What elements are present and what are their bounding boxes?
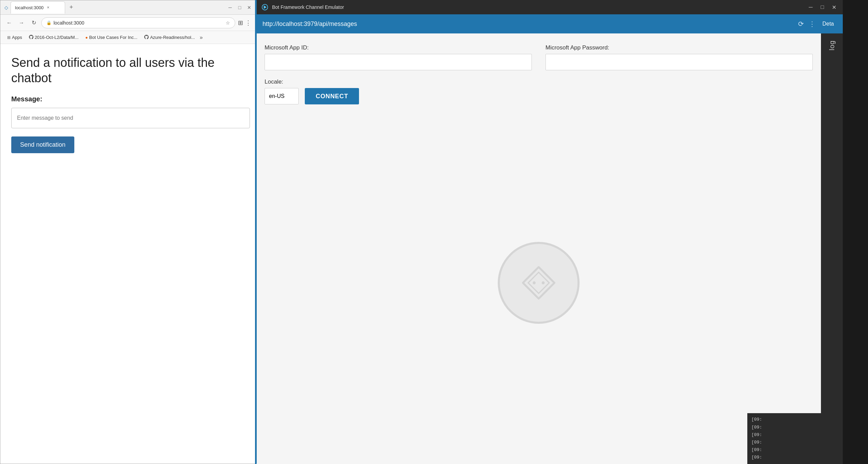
bookmark-apps[interactable]: ⊞ Apps xyxy=(4,33,25,41)
svg-marker-1 xyxy=(264,5,267,9)
bookmark-apps-label: Apps xyxy=(12,35,22,40)
locale-label: Locale: xyxy=(265,78,299,85)
emulator-title-text: Bot Framework Channel Emulator xyxy=(272,4,803,10)
emulator-title-icon xyxy=(261,3,269,11)
address-bar[interactable]: 🔒 localhost:3000 ☆ xyxy=(41,17,235,28)
bookmark-github-2[interactable]: Azure-Readiness/hol... xyxy=(141,33,198,42)
emulator-more-icon[interactable]: ⋮ xyxy=(809,20,815,28)
browser-tab[interactable]: localhost:3000 × xyxy=(11,1,65,14)
bot-logo-svg xyxy=(520,264,557,302)
locale-input[interactable] xyxy=(265,88,299,104)
log-line-4: [09: xyxy=(751,439,839,446)
github-icon-1 xyxy=(29,35,33,40)
credentials-row: Microsoft App ID: Microsoft App Password… xyxy=(265,44,813,70)
app-password-group: Microsoft App Password: xyxy=(545,44,813,70)
browser-favicon: ◇ xyxy=(3,4,9,11)
emulator-refresh-icon[interactable]: ⟳ xyxy=(798,20,804,28)
emulator-maximize-button[interactable]: □ xyxy=(818,3,826,11)
maximize-button[interactable]: □ xyxy=(236,4,243,11)
bookmark-github-1-label: 2016-Oct-L2/Data/M... xyxy=(35,35,79,40)
emulator-form-area: Microsoft App ID: Microsoft App Password… xyxy=(256,33,821,464)
forward-button[interactable]: → xyxy=(17,18,26,28)
svg-point-4 xyxy=(533,281,536,285)
emulator-titlebar: Bot Framework Channel Emulator ─ □ ✕ xyxy=(256,0,843,14)
browser-addressbar: ← → ↻ 🔒 localhost:3000 ☆ ⊞ ⋮ xyxy=(0,15,255,31)
browser-extra-icons: ⊞ ⋮ xyxy=(238,19,251,27)
back-button[interactable]: ← xyxy=(4,18,14,28)
apps-grid-icon: ⊞ xyxy=(7,35,11,40)
new-tab-button[interactable]: + xyxy=(66,3,76,12)
minimize-button[interactable]: ─ xyxy=(227,4,234,11)
message-input[interactable] xyxy=(11,108,250,128)
app-password-input[interactable] xyxy=(545,54,813,70)
emulator-log-panel: log xyxy=(821,33,843,464)
menu-icon[interactable]: ⋮ xyxy=(245,19,251,27)
browser-titlebar: ◇ localhost:3000 × + ─ □ ✕ xyxy=(0,0,255,15)
app-id-group: Microsoft App ID: xyxy=(265,44,532,70)
bookmark-bot[interactable]: ● Bot Use Cases For Inc... xyxy=(83,33,140,41)
app-id-label: Microsoft App ID: xyxy=(265,44,532,51)
locale-row: Locale: CONNECT xyxy=(265,78,813,104)
log-line-1: [09: xyxy=(751,416,839,423)
page-heading: Send a notification to all users via the… xyxy=(11,55,244,86)
tab-title: localhost:3000 xyxy=(15,5,44,10)
app-password-label: Microsoft App Password: xyxy=(545,44,813,51)
log-line-5: [09: xyxy=(751,446,839,454)
app-id-input[interactable] xyxy=(265,54,532,70)
log-line-3: [09: xyxy=(751,431,839,439)
emulator-main: Microsoft App ID: Microsoft App Password… xyxy=(256,33,843,464)
github-icon-2 xyxy=(144,35,149,40)
log-tab-label[interactable]: log xyxy=(828,40,836,50)
lock-icon: 🔒 xyxy=(46,20,51,25)
tab-close-button[interactable]: × xyxy=(47,5,49,10)
windows-icon[interactable]: ⊞ xyxy=(238,19,243,27)
reload-button[interactable]: ↻ xyxy=(29,18,39,28)
window-controls: ─ □ ✕ xyxy=(227,4,253,11)
emulator-window: Bot Framework Channel Emulator ─ □ ✕ htt… xyxy=(256,0,843,464)
connect-button[interactable]: CONNECT xyxy=(305,88,359,104)
message-label: Message: xyxy=(11,95,244,103)
circle-icon: ● xyxy=(85,35,88,40)
emulator-url-text: http://localhost:3979/api/messages xyxy=(263,20,794,28)
log-line-6: [09: xyxy=(751,454,839,461)
bookmarks-more-button[interactable]: » xyxy=(200,34,203,41)
emulator-url-icons: ⟳ ⋮ xyxy=(798,20,815,28)
browser-content: Send a notification to all users via the… xyxy=(0,44,255,464)
address-text: localhost:3000 xyxy=(54,20,84,26)
emulator-urlbar: http://localhost:3979/api/messages ⟳ ⋮ D… xyxy=(256,14,843,33)
browser-window: ◇ localhost:3000 × + ─ □ ✕ ← → ↻ 🔒 local… xyxy=(0,0,256,464)
locale-group: Locale: xyxy=(265,78,299,104)
log-lines-area: [09: [09: [09: [09: [09: [09: xyxy=(747,413,843,464)
svg-point-5 xyxy=(542,281,545,285)
emulator-minimize-button[interactable]: ─ xyxy=(807,3,815,11)
emulator-window-controls: ─ □ ✕ xyxy=(807,3,838,11)
log-line-2: [09: xyxy=(751,424,839,431)
bookmarks-bar: ⊞ Apps 2016-Oct-L2/Data/M... ● Bot Use C… xyxy=(0,31,255,44)
send-notification-button[interactable]: Send notification xyxy=(11,136,74,153)
bookmark-azure-label: Azure-Readiness/hol... xyxy=(150,35,195,40)
emulator-details-button[interactable]: Deta xyxy=(820,19,837,28)
bookmark-star-icon[interactable]: ☆ xyxy=(226,20,230,26)
bookmark-bot-label: Bot Use Cases For Inc... xyxy=(89,35,138,40)
bot-logo-area xyxy=(265,113,813,453)
emulator-close-button[interactable]: ✕ xyxy=(830,3,838,11)
close-button[interactable]: ✕ xyxy=(246,4,253,11)
bookmark-github-1[interactable]: 2016-Oct-L2/Data/M... xyxy=(26,33,81,42)
bot-logo-circle xyxy=(498,242,580,324)
